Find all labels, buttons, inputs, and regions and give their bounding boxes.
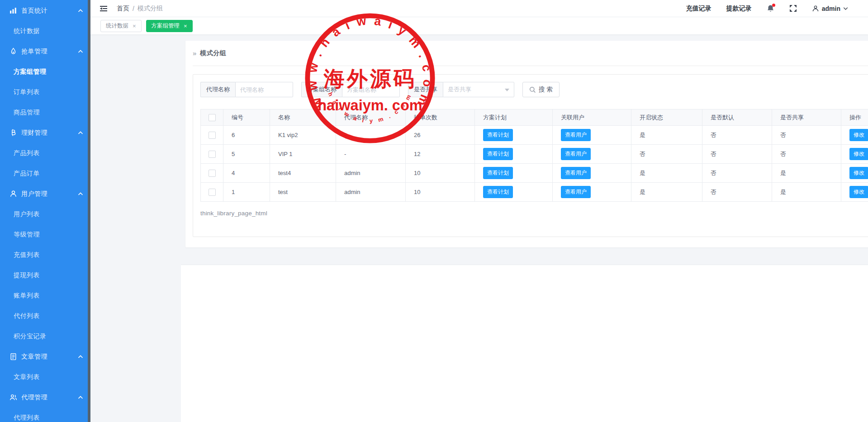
breadcrumb-current: 模式分组 bbox=[138, 5, 163, 13]
row-checkbox[interactable] bbox=[209, 189, 216, 196]
topbar-actions: 充值记录 提款记录 admin bbox=[686, 5, 848, 13]
col-plan: 方案计划 bbox=[475, 109, 553, 126]
breadcrumb: 首页 / 模式分组 bbox=[117, 5, 163, 13]
agent-icon bbox=[9, 394, 17, 401]
person-icon bbox=[812, 5, 819, 12]
sidebar-item-product-orders[interactable]: 产品订单 bbox=[0, 163, 90, 184]
sidebar-item-stats-data[interactable]: 统计数据 bbox=[0, 21, 90, 41]
table-row: 4 test4 admin 10 查看计划 查看用户 是 否 是 修改 删除 bbox=[201, 164, 868, 183]
group-name-input[interactable] bbox=[342, 82, 400, 97]
col-id: 编号 bbox=[223, 109, 270, 126]
search-icon bbox=[529, 86, 536, 93]
chevron-up-icon bbox=[78, 395, 83, 400]
sidebar-group-grab-orders[interactable]: 抢单管理 bbox=[0, 41, 90, 62]
chevron-up-icon bbox=[78, 9, 83, 13]
bell-icon[interactable] bbox=[767, 5, 774, 13]
page-title: 模式分组 bbox=[200, 49, 226, 57]
sidebar-item-agent-list[interactable]: 代理列表 bbox=[0, 408, 90, 422]
chevron-up-icon bbox=[78, 131, 83, 135]
content-card: » 模式分组 添加 代理名称 方案组名称 是否共享 是否共享 bbox=[185, 41, 868, 247]
sidebar-item-bill-list[interactable]: 账单列表 bbox=[0, 285, 90, 306]
notification-dot bbox=[772, 4, 775, 7]
edit-button[interactable]: 修改 bbox=[849, 129, 868, 141]
sidebar-item-user-list[interactable]: 用户列表 bbox=[0, 204, 90, 224]
agent-name-field: 代理名称 bbox=[200, 82, 293, 97]
sidebar-item-product-mgmt[interactable]: 商品管理 bbox=[0, 102, 90, 123]
main-area: 首页 / 模式分组 充值记录 提款记录 admin 统计数据 × bbox=[90, 0, 868, 422]
template-note: think_library_page_html bbox=[200, 210, 868, 217]
sidebar-scrollbar[interactable] bbox=[88, 0, 90, 422]
sidebar-item-product-list[interactable]: 产品列表 bbox=[0, 143, 90, 163]
sidebar-group-agents[interactable]: 代理管理 bbox=[0, 387, 90, 408]
sidebar-item-order-list[interactable]: 订单列表 bbox=[0, 82, 90, 102]
sidebar-item-points-records[interactable]: 积分宝记录 bbox=[0, 326, 90, 346]
sidebar-menu: 首页统计 统计数据 抢单管理 方案组管理 订单列表 商品管理 bbox=[0, 0, 90, 422]
tab-plan-group-mgmt[interactable]: 方案组管理 × bbox=[146, 20, 193, 32]
row-checkbox[interactable] bbox=[209, 170, 216, 177]
view-users-button[interactable]: 查看用户 bbox=[561, 186, 591, 198]
sidebar-group-users[interactable]: 用户管理 bbox=[0, 184, 90, 204]
sidebar-item-withdraw-list[interactable]: 提现列表 bbox=[0, 265, 90, 285]
sidebar-group-home-stats[interactable]: 首页统计 bbox=[0, 0, 90, 21]
user-menu[interactable]: admin bbox=[812, 5, 848, 12]
sidebar-group-label: 抢单管理 bbox=[21, 47, 47, 56]
col-actions: 操作 bbox=[841, 109, 868, 126]
sidebar-group-finance[interactable]: 理财管理 bbox=[0, 123, 90, 143]
sidebar-group-articles[interactable]: 文章管理 bbox=[0, 346, 90, 367]
view-plan-button[interactable]: 查看计划 bbox=[483, 148, 513, 160]
sidebar-item-level-mgmt[interactable]: 等级管理 bbox=[0, 224, 90, 245]
sidebar: 首页统计 统计数据 抢单管理 方案组管理 订单列表 商品管理 bbox=[0, 0, 90, 422]
close-icon[interactable]: × bbox=[184, 23, 187, 29]
sidebar-group-label: 首页统计 bbox=[21, 7, 47, 15]
breadcrumb-home[interactable]: 首页 bbox=[117, 5, 129, 13]
edit-button[interactable]: 修改 bbox=[849, 148, 868, 160]
sidebar-item-recharge-list[interactable]: 充值列表 bbox=[0, 245, 90, 265]
view-plan-button[interactable]: 查看计划 bbox=[483, 186, 513, 198]
username: admin bbox=[822, 5, 840, 12]
col-name: 名称 bbox=[270, 109, 336, 126]
search-button[interactable]: 搜 索 bbox=[522, 82, 560, 97]
sidebar-group-label: 用户管理 bbox=[21, 190, 47, 198]
agent-name-label: 代理名称 bbox=[200, 82, 235, 97]
breadcrumb-separator: / bbox=[133, 5, 134, 12]
plan-group-table: 编号 名称 代理名称 抢单次数 方案计划 关联用户 开启状态 是否默认 是否共享… bbox=[200, 109, 868, 202]
agent-name-input[interactable] bbox=[235, 82, 293, 97]
search-filters: 代理名称 方案组名称 是否共享 是否共享 搜 索 bbox=[200, 82, 868, 97]
user-icon bbox=[9, 190, 17, 198]
sidebar-item-article-list[interactable]: 文章列表 bbox=[0, 367, 90, 387]
row-checkbox[interactable] bbox=[209, 151, 216, 158]
fullscreen-icon[interactable] bbox=[789, 5, 797, 12]
row-checkbox[interactable] bbox=[209, 132, 216, 139]
col-shared: 是否共享 bbox=[772, 109, 841, 126]
view-plan-button[interactable]: 查看计划 bbox=[483, 167, 513, 179]
recharge-records-link[interactable]: 充值记录 bbox=[686, 5, 711, 13]
chevron-up-icon bbox=[78, 192, 83, 196]
sidebar-group-label: 代理管理 bbox=[21, 394, 47, 402]
sidebar-group-label: 理财管理 bbox=[21, 129, 47, 137]
collapse-menu-icon[interactable] bbox=[100, 5, 108, 12]
table-header-row: 编号 名称 代理名称 抢单次数 方案计划 关联用户 开启状态 是否默认 是否共享… bbox=[201, 109, 868, 126]
shared-field: 是否共享 是否共享 bbox=[408, 82, 514, 97]
table-panel: 代理名称 方案组名称 是否共享 是否共享 搜 索 bbox=[193, 74, 868, 237]
tab-bar: 统计数据 × 方案组管理 × bbox=[90, 17, 868, 34]
shared-select[interactable]: 是否共享 bbox=[443, 82, 514, 97]
sidebar-item-plan-group-mgmt[interactable]: 方案组管理 bbox=[0, 62, 90, 82]
finance-icon bbox=[9, 129, 17, 137]
table-row: 1 test admin 10 查看计划 查看用户 是 否 是 修改 删除 bbox=[201, 183, 868, 202]
edit-button[interactable]: 修改 bbox=[849, 167, 868, 179]
view-plan-button[interactable]: 查看计划 bbox=[483, 129, 513, 141]
view-users-button[interactable]: 查看用户 bbox=[561, 148, 591, 160]
col-grab-count: 抢单次数 bbox=[406, 109, 475, 126]
view-users-button[interactable]: 查看用户 bbox=[561, 167, 591, 179]
sidebar-item-payment-list[interactable]: 代付列表 bbox=[0, 306, 90, 326]
double-chevron-icon: » bbox=[193, 49, 196, 57]
select-all-checkbox[interactable] bbox=[209, 114, 216, 121]
withdraw-records-link[interactable]: 提款记录 bbox=[726, 5, 752, 13]
edit-button[interactable]: 修改 bbox=[849, 186, 868, 198]
shared-label: 是否共享 bbox=[408, 82, 443, 97]
close-icon[interactable]: × bbox=[133, 23, 136, 29]
topbar: 首页 / 模式分组 充值记录 提款记录 admin bbox=[90, 0, 868, 17]
tab-stats-data[interactable]: 统计数据 × bbox=[100, 20, 142, 32]
bar-chart-icon bbox=[9, 7, 17, 14]
view-users-button[interactable]: 查看用户 bbox=[561, 129, 591, 141]
